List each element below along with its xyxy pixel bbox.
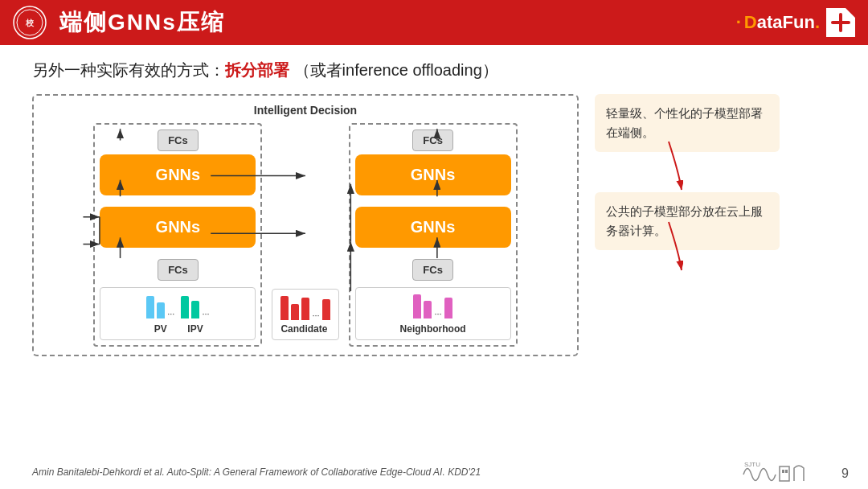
- svg-rect-21: [780, 466, 789, 481]
- annotation-box-2: 公共的子模型部分放在云上服务器计算。: [595, 192, 780, 250]
- datafun-dot-icon: ·: [736, 12, 741, 33]
- gnn-block-bottom-left: GNNs: [100, 207, 256, 248]
- edge-sub-box: FCs GNNs GNNs FCs: [93, 123, 262, 347]
- candidate-label: Candidate: [280, 323, 330, 335]
- fc-block-4: FCs: [412, 259, 453, 281]
- fc-top-row-left: FCs: [100, 129, 256, 151]
- plus-icon: [826, 8, 855, 37]
- gnn-block-top-right: GNNs: [355, 154, 511, 195]
- fc-bottom-row-right: FCs: [355, 259, 511, 281]
- fc-block-3: FCs: [412, 129, 453, 151]
- gnns-pair-left: GNNs GNNs: [100, 154, 256, 254]
- svg-text:校: 校: [25, 18, 35, 27]
- header: 校 端侧GNNs压缩 · DataFun.: [0, 0, 868, 45]
- candidate-input-group: ··· Candidate: [272, 289, 338, 340]
- subtitle-suffix: （或者inference offloading）: [294, 61, 498, 79]
- ipv-input-group: ··· IPV: [181, 293, 209, 335]
- fc-block-1: FCs: [158, 129, 199, 151]
- cloud-sub-box: FCs GNNs GNNs FCs: [349, 123, 518, 347]
- annotation-box-1: 轻量级、个性化的子模型部署在端侧。: [595, 94, 780, 152]
- university-logo-icon: 校: [13, 6, 47, 39]
- diagram-title: Intelligent Decision: [42, 104, 569, 117]
- datafun-brand-text: DataFun.: [744, 12, 820, 33]
- diagram-wrapper: Intelligent Decision FCs GNNs GNNs: [32, 94, 836, 356]
- annotation-text-1: 轻量级、个性化的子模型部署在端侧。: [606, 106, 763, 139]
- gnn-block-bottom-right: GNNs: [355, 207, 511, 248]
- subtitle-prefix: 另外一种实际有效的方式：: [32, 61, 225, 79]
- ipv-label: IPV: [187, 323, 203, 335]
- main-diagram-box: Intelligent Decision FCs GNNs GNNs: [32, 94, 579, 356]
- annotation-text-2: 公共的子模型部分放在云上服务器计算。: [606, 204, 763, 237]
- header-brand: · DataFun.: [736, 8, 855, 37]
- citation-text: Amin Banitalebi-Dehkordi et al. Auto-Spl…: [32, 466, 481, 478]
- page-title: 端侧GNNs压缩: [59, 7, 225, 38]
- middle-section: ··· Candidate: [272, 123, 338, 347]
- svg-rect-22: [782, 470, 784, 473]
- pv-input-group: ··· PV: [146, 293, 174, 335]
- sjtu-logo-area: SJTU: [739, 458, 820, 483]
- page-number: 9: [841, 466, 849, 481]
- gnns-pair-right: GNNs GNNs: [355, 154, 511, 254]
- subtitle: 另外一种实际有效的方式：拆分部署 （或者inference offloading…: [32, 60, 836, 81]
- pv-label: PV: [154, 323, 167, 335]
- datafun-logo: · DataFun.: [736, 12, 820, 33]
- annotation-bottom: 公共的子模型部分放在云上服务器计算。: [595, 192, 780, 250]
- annotations-panel: 轻量级、个性化的子模型部署在端侧。 公共的子模型部分放在云上服务器计算。: [595, 94, 780, 250]
- annotation-top: 轻量级、个性化的子模型部署在端侧。: [595, 94, 780, 152]
- fc-bottom-row-left: FCs: [100, 259, 256, 281]
- main-content: 另外一种实际有效的方式：拆分部署 （或者inference offloading…: [0, 45, 868, 489]
- svg-rect-23: [785, 470, 788, 473]
- neighborhood-input-group: ··· Neighborhood: [400, 293, 466, 335]
- gnn-block-top-left: GNNs: [100, 154, 256, 195]
- neighborhood-label: Neighborhood: [400, 323, 466, 335]
- svg-text:SJTU: SJTU: [744, 461, 760, 468]
- subtitle-highlight: 拆分部署: [225, 61, 289, 79]
- fc-block-2: FCs: [158, 259, 199, 281]
- sjtu-logo-icon: SJTU: [739, 458, 820, 483]
- fc-top-row-right: FCs: [355, 129, 511, 151]
- red-arrows-icon: [667, 125, 683, 286]
